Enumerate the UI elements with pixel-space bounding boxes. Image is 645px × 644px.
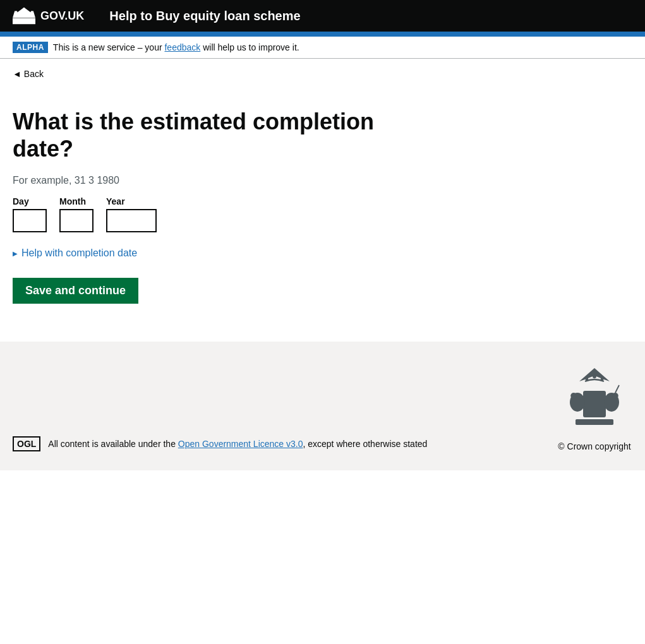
svg-line-10 xyxy=(615,385,619,393)
crown-icon xyxy=(13,6,35,25)
crown-copyright-text: © Crown copyright xyxy=(558,441,630,451)
svg-point-1 xyxy=(15,11,17,13)
site-header: GOV.UK Help to Buy equity loan scheme xyxy=(0,0,645,37)
help-label-text: Help with completion date xyxy=(21,247,137,259)
blue-banner xyxy=(0,32,645,37)
month-label: Month xyxy=(59,196,93,206)
svg-point-13 xyxy=(586,378,589,381)
day-label: Day xyxy=(13,196,47,206)
month-input[interactable] xyxy=(59,209,93,232)
svg-point-7 xyxy=(570,393,577,399)
help-completion-date[interactable]: Help with completion date xyxy=(13,247,392,259)
year-group: Year xyxy=(106,196,157,232)
feedback-link[interactable]: feedback xyxy=(164,42,200,52)
page-title: What is the estimated completion date? xyxy=(13,108,392,162)
gov-logo-text: GOV.UK xyxy=(40,9,84,23)
service-name: Help to Buy equity loan scheme xyxy=(109,9,300,23)
back-link-container: ◄ Back xyxy=(0,59,645,89)
svg-rect-0 xyxy=(13,18,35,25)
help-details: Help with completion date xyxy=(13,247,392,259)
footer-right: © Crown copyright xyxy=(557,361,632,451)
year-input[interactable] xyxy=(106,209,157,232)
svg-point-3 xyxy=(30,11,33,13)
day-input[interactable] xyxy=(13,209,47,232)
licence-link[interactable]: Open Government Licence v3.0 xyxy=(178,439,303,449)
gov-logo[interactable]: GOV.UK xyxy=(13,6,84,25)
alpha-text: This is a new service – your feedback wi… xyxy=(53,42,299,52)
alpha-tag: ALPHA xyxy=(13,42,48,53)
svg-point-9 xyxy=(612,393,618,399)
help-summary[interactable]: Help with completion date xyxy=(13,247,392,259)
svg-point-14 xyxy=(601,378,604,381)
hint-text: For example, 31 3 1980 xyxy=(13,175,392,186)
back-arrow-icon: ◄ xyxy=(13,69,21,79)
day-group: Day xyxy=(13,196,47,232)
year-label: Year xyxy=(106,196,157,206)
save-continue-button[interactable]: Save and continue xyxy=(13,278,138,304)
svg-point-12 xyxy=(593,375,596,379)
month-group: Month xyxy=(59,196,93,232)
svg-rect-4 xyxy=(583,391,606,417)
alpha-banner: ALPHA This is a new service – your feedb… xyxy=(0,37,645,59)
ogl-logo: OGL xyxy=(13,436,40,451)
crown-emblem-icon xyxy=(557,361,632,436)
footer-licence-text: All content is available under the Open … xyxy=(48,439,427,449)
back-link[interactable]: ◄ Back xyxy=(13,69,44,79)
footer-left: OGL All content is available under the O… xyxy=(13,436,427,451)
main-content: What is the estimated completion date? F… xyxy=(0,89,645,342)
site-footer: OGL All content is available under the O… xyxy=(0,342,645,470)
svg-point-2 xyxy=(23,8,25,10)
date-inputs: Day Month Year xyxy=(13,196,392,232)
svg-rect-11 xyxy=(576,419,613,425)
